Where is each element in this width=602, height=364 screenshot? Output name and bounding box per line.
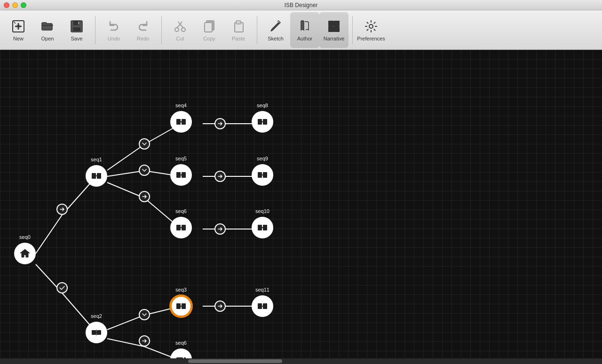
node-seq9[interactable]: seq9 [252,164,273,186]
svg-line-12 [178,22,180,24]
narrative-icon [326,19,341,34]
node-circle-seq0[interactable] [14,243,36,264]
author-icon [297,19,312,34]
edit-history-group: Undo Redo [99,12,158,48]
undo-icon [106,19,121,34]
horizontal-scrollbar[interactable] [0,358,602,364]
connector-c5[interactable] [56,282,68,293]
node-circle-seq11[interactable] [252,295,273,317]
node-circle-seq8[interactable] [252,111,273,133]
svg-line-38 [107,315,144,330]
save-icon [69,19,84,34]
arrow-right-icon-c9 [217,173,223,180]
paste-button[interactable]: Paste [224,12,253,48]
connector-c1[interactable] [56,204,68,215]
node-seq4[interactable]: seq4 [170,111,192,133]
redo-icon [135,19,150,34]
author-button[interactable]: Author [290,12,319,48]
connector-c8[interactable] [214,118,226,129]
connector-c2[interactable] [139,138,150,150]
preferences-icon [364,19,379,34]
multi-icon-seq4 [175,116,187,128]
sep1 [95,16,95,44]
copy-label: Copy [203,36,215,41]
new-button[interactable]: ✦ New [4,12,33,48]
svg-rect-66 [263,119,267,125]
node-seq6a[interactable]: seq6 [170,217,192,238]
svg-rect-6 [78,22,79,24]
node-circle-seq1[interactable] [86,165,107,187]
arrow-right-icon-c10 [217,226,223,232]
connector-c7[interactable] [139,335,150,347]
multi-icon-seq6a [175,222,187,234]
connector-c10[interactable] [214,223,226,235]
node-seq0[interactable]: seq0 [14,243,36,264]
connector-c3[interactable] [139,165,150,176]
node-seq10[interactable]: seq10 [252,217,273,238]
node-circle-seq4[interactable] [170,111,192,133]
save-button[interactable]: Save [62,12,91,48]
multi-icon-seq8 [256,116,269,128]
node-circle-seq6a[interactable] [170,217,192,238]
copy-button[interactable]: Copy [195,12,224,48]
maximize-button[interactable] [21,2,26,8]
connector-c6[interactable] [139,309,150,320]
window-controls [4,2,26,8]
svg-rect-52 [182,119,186,125]
open-button[interactable]: Open [33,12,62,48]
svg-point-21 [369,24,373,28]
multi-icon-seq11 [256,300,269,312]
node-seq8[interactable]: seq8 [252,111,273,133]
file-group: ✦ New Open Save [4,12,91,48]
minimize-button[interactable] [12,2,18,8]
node-circle-seq3[interactable] [170,295,192,317]
svg-rect-48 [97,330,101,335]
node-seq5[interactable]: seq5 [170,164,192,186]
cut-icon [173,19,188,34]
open-label: Open [41,36,54,41]
svg-line-9 [177,24,180,28]
node-seq2[interactable]: seq2 [86,322,107,343]
multi-icon-seq10 [256,222,269,234]
connector-c4[interactable] [139,191,150,202]
toolbar: ✦ New Open Save [0,10,602,50]
sep4 [352,16,353,44]
connector-c9[interactable] [214,171,226,182]
svg-rect-18 [334,21,340,26]
narrative-label: Narrative [324,36,345,41]
sketch-button[interactable]: Sketch [261,12,290,48]
undo-button[interactable]: Undo [99,12,128,48]
node-circle-seq2[interactable] [86,322,107,343]
svg-point-7 [175,28,179,32]
preferences-button[interactable]: Preferences [356,12,386,48]
arrow-right-icon-c7 [141,338,148,344]
save-label: Save [71,36,82,41]
svg-rect-5 [73,27,80,31]
node-seq1[interactable]: seq1 [86,165,107,187]
scrollbar-thumb[interactable] [188,359,282,363]
arrow-right-icon-c11 [217,303,223,309]
check-icon [59,285,65,291]
node-seq11[interactable]: seq11 [252,295,273,317]
title-bar: ISB Designer [0,0,602,10]
node-circle-seq10[interactable] [252,217,273,238]
preferences-label: Preferences [357,36,385,41]
svg-rect-14 [205,23,212,32]
node-seq3[interactable]: seq3 [170,295,192,317]
paste-label: Paste [232,36,245,41]
multi-icon-seq9 [256,169,269,181]
redo-button[interactable]: Redo [128,12,158,48]
chevron-down-icon-c6 [141,311,148,318]
chevron-down-icon-c2 [141,141,148,147]
canvas[interactable]: seq0 seq1 seq2 [0,50,602,364]
svg-rect-75 [263,303,267,309]
narrative-button[interactable]: Narrative [319,12,349,48]
close-button[interactable] [4,2,9,8]
connector-c11[interactable] [214,301,226,312]
node-circle-seq9[interactable] [252,164,273,186]
node-circle-seq5[interactable] [170,164,192,186]
svg-rect-17 [328,21,334,26]
cut-button[interactable]: Cut [166,12,195,48]
svg-rect-20 [334,26,340,32]
svg-text:✦: ✦ [16,23,21,30]
